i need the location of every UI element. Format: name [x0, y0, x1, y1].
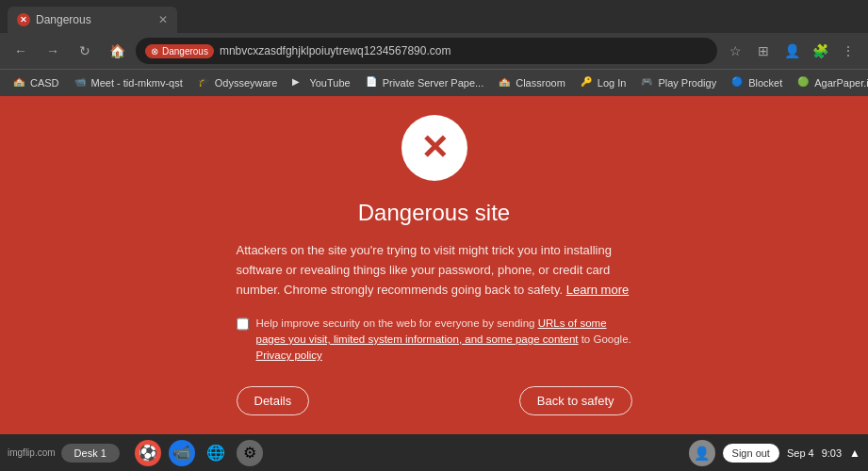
prodigy-icon: 🎮	[641, 76, 654, 89]
home-button[interactable]: 🏠	[104, 38, 130, 64]
taskbar-center: ⚽ 📹 🌐 ⚙	[135, 440, 263, 466]
taskbar-left: imgflip.com Desk 1	[8, 444, 120, 463]
bookmark-label: Odysseyware	[215, 77, 278, 89]
extensions-button[interactable]: 🧩	[808, 39, 832, 63]
imgflip-watermark: imgflip.com	[8, 447, 56, 458]
forward-button[interactable]: →	[40, 38, 66, 64]
classroom-icon: 🏫	[499, 76, 512, 89]
url-text: mnbvcxzasdfghjklpoiuytrewq1234567890.com	[220, 44, 708, 57]
bookmark-star-button[interactable]: ☆	[723, 39, 747, 63]
improve-security-checkbox[interactable]	[237, 317, 249, 331]
bookmark-meet[interactable]: 📹 Meet - tid-mkmv-qst	[69, 74, 188, 91]
checkbox-label: Help improve security on the web for eve…	[256, 316, 632, 365]
bookmark-label: Private Server Pape...	[383, 77, 484, 89]
bookmark-label: YouTube	[309, 77, 350, 89]
bookmark-odysseyware[interactable]: 🎓 Odysseyware	[192, 74, 284, 91]
sign-out-button[interactable]: Sign out	[723, 444, 779, 463]
tab-close-button[interactable]: ✕	[158, 13, 168, 26]
dangerous-label: Dangerous	[162, 46, 208, 57]
tab-favicon: ✕	[17, 13, 30, 26]
bookmark-private-server[interactable]: 📄 Private Server Pape...	[360, 74, 490, 91]
active-tab[interactable]: ✕ Dangerous ✕	[8, 7, 177, 33]
tab-bar: ✕ Dangerous ✕	[0, 0, 868, 33]
back-button[interactable]: ←	[8, 38, 34, 64]
checkbox-label-text: Help improve security on the web for eve…	[256, 317, 538, 329]
browser-frame: ✕ Dangerous ✕ ← → ↻ 🏠 ⊗ Dangerous mnbvcx…	[0, 0, 868, 471]
back-to-safety-button[interactable]: Back to safety	[519, 386, 632, 415]
bookmark-login[interactable]: 🔑 Log In	[575, 74, 632, 91]
blocket-icon: 🔵	[731, 76, 745, 89]
action-buttons: Details Back to safety	[237, 386, 632, 415]
bookmark-label: CASD	[30, 77, 59, 89]
checkbox-row: Help improve security on the web for eve…	[237, 316, 632, 365]
danger-description: Attackers on the site you're trying to v…	[237, 241, 632, 300]
private-server-icon: 📄	[366, 76, 379, 89]
bookmark-youtube[interactable]: ▶ YouTube	[287, 74, 355, 91]
bookmark-label: Play Prodigy	[658, 77, 716, 89]
meet-icon: 📹	[74, 76, 88, 89]
taskbar: imgflip.com Desk 1 ⚽ 📹 🌐 ⚙ 👤 Sign out Se…	[0, 434, 868, 471]
youtube-icon: ▶	[292, 76, 305, 89]
bookmark-casd[interactable]: 🏫 CASD	[8, 74, 65, 91]
taskbar-right: 👤 Sign out Sep 4 9:03 ▲	[689, 440, 860, 466]
warning-x-icon: ✕	[420, 131, 449, 165]
bookmark-classroom[interactable]: 🏫 Classroom	[493, 74, 571, 91]
bookmark-label: Classroom	[516, 77, 565, 89]
page-content: ✕ Dangerous site Attackers on the site y…	[0, 96, 868, 434]
taskbar-app-settings[interactable]: ⚙	[237, 440, 263, 466]
odysseyware-icon: 🎓	[198, 76, 211, 89]
learn-more-link[interactable]: Learn more	[566, 283, 629, 297]
address-bar[interactable]: ⊗ Dangerous mnbvcxzasdfghjklpoiuytrewq12…	[136, 38, 717, 64]
wifi-icon: ▲	[849, 447, 860, 460]
desk-button[interactable]: Desk 1	[61, 444, 120, 463]
casd-icon: 🏫	[13, 76, 26, 89]
page-title: Dangerous site	[358, 200, 510, 226]
details-button[interactable]: Details	[237, 386, 310, 415]
dangerous-badge: ⊗ Dangerous	[145, 44, 214, 58]
bookmark-label: Blocket	[748, 77, 782, 89]
user-avatar[interactable]: 👤	[689, 440, 715, 466]
agarpaper-icon: 🟢	[797, 76, 811, 89]
taskbar-app-red[interactable]: ⚽	[135, 440, 161, 466]
reload-button[interactable]: ↻	[72, 38, 98, 64]
description-text: Attackers on the site you're trying to v…	[237, 243, 612, 297]
checkbox-suffix: to Google.	[578, 333, 631, 345]
toolbar-icons: ☆ ⊞ 👤 🧩 ⋮	[723, 39, 860, 63]
bookmarks-bar: 🏫 CASD 📹 Meet - tid-mkmv-qst 🎓 Odysseywa…	[0, 69, 868, 96]
menu-button[interactable]: ⋮	[836, 39, 860, 63]
profile-button[interactable]: 👤	[779, 39, 804, 63]
tab-title: Dangerous	[36, 13, 153, 26]
bookmark-agarpaper[interactable]: 🟢 AgarPaper.io - Agar...	[792, 74, 868, 91]
warning-icon-wrapper: ✕	[401, 115, 467, 181]
taskbar-time: 9:03	[822, 447, 842, 459]
tab-grid-button[interactable]: ⊞	[751, 39, 776, 63]
dangerous-icon: ⊗	[151, 46, 158, 57]
login-icon: 🔑	[581, 76, 594, 89]
taskbar-app-chrome[interactable]: 🌐	[203, 440, 229, 466]
bookmark-label: Meet - tid-mkmv-qst	[91, 77, 183, 89]
taskbar-date: Sep 4	[787, 447, 814, 459]
bookmark-prodigy[interactable]: 🎮 Play Prodigy	[635, 74, 722, 91]
bookmark-label: AgarPaper.io - Agar...	[814, 77, 868, 89]
bookmark-blocket[interactable]: 🔵 Blocket	[726, 74, 788, 91]
privacy-policy-link[interactable]: Privacy policy	[256, 349, 322, 361]
taskbar-app-meet[interactable]: 📹	[169, 440, 195, 466]
toolbar: ← → ↻ 🏠 ⊗ Dangerous mnbvcxzasdfghjklpoiu…	[0, 33, 868, 70]
bookmark-label: Log In	[598, 77, 627, 89]
